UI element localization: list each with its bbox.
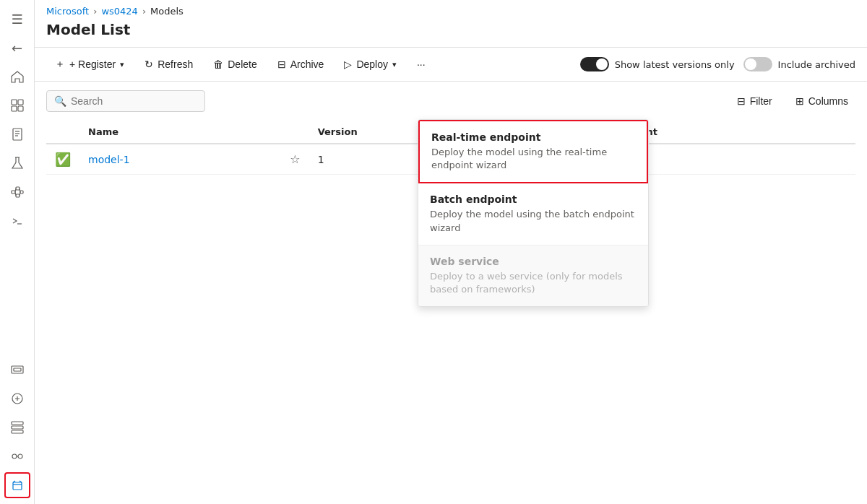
svg-line-14 xyxy=(15,192,16,196)
deploy-label: Deploy xyxy=(356,58,388,70)
deploy-realtime-title: Real-time endpoint xyxy=(431,131,635,143)
svg-rect-11 xyxy=(16,194,20,197)
deploy-realtime-desc: Deploy the model using the real-time end… xyxy=(431,146,635,172)
sidebar-notebooks[interactable] xyxy=(4,121,30,147)
register-icon: ＋ xyxy=(55,58,65,71)
include-archived-toggle-group: Include archived xyxy=(743,57,855,71)
svg-line-15 xyxy=(20,188,20,192)
archive-label: Archive xyxy=(290,58,324,70)
filter-label: Filter xyxy=(750,95,772,107)
col-checkbox xyxy=(46,121,79,144)
sidebar-experiments2[interactable] xyxy=(4,386,30,412)
more-button[interactable]: ··· xyxy=(408,54,434,74)
deploy-webservice-option: Web service Deploy to a web service (onl… xyxy=(418,246,648,306)
sidebar-compute[interactable] xyxy=(4,357,30,383)
breadcrumb-sep-2: › xyxy=(142,6,146,17)
svg-rect-23 xyxy=(12,430,23,433)
show-latest-knob xyxy=(596,58,608,70)
sidebar-dashboard[interactable] xyxy=(4,92,30,118)
svg-rect-19 xyxy=(14,368,21,371)
refresh-icon: ↻ xyxy=(144,58,153,70)
filter-button[interactable]: ⊟ Filter xyxy=(730,91,780,111)
delete-icon: 🗑 xyxy=(213,58,223,70)
columns-label: Columns xyxy=(808,95,848,107)
row-star[interactable]: ☆ xyxy=(281,144,309,175)
sidebar-hamburger[interactable]: ☰ xyxy=(4,6,30,32)
svg-line-16 xyxy=(20,192,20,196)
breadcrumb-sep-1: › xyxy=(93,6,97,17)
svg-rect-2 xyxy=(12,106,17,111)
svg-rect-21 xyxy=(12,422,23,425)
search-filter-row: 🔍 ⊟ Filter ⊞ Columns xyxy=(46,90,855,112)
toolbar: ＋ + Register ▾ ↻ Refresh 🗑 Delete ⊟ Arch… xyxy=(35,48,867,82)
deploy-dropdown: Real-time endpoint Deploy the model usin… xyxy=(418,119,649,307)
deploy-realtime-option[interactable]: Real-time endpoint Deploy the model usin… xyxy=(418,120,648,183)
svg-rect-4 xyxy=(13,129,22,140)
deploy-webservice-title: Web service xyxy=(430,256,637,267)
sidebar-datasets[interactable] xyxy=(4,414,30,440)
deploy-play-icon: ▷ xyxy=(344,58,352,70)
sidebar-endpoints[interactable] xyxy=(4,443,30,469)
content-area: 🔍 ⊟ Filter ⊞ Columns Name xyxy=(35,82,867,504)
breadcrumb-ws0424[interactable]: ws0424 xyxy=(101,6,138,17)
header: Microsoft › ws0424 › Models Model List xyxy=(35,0,867,48)
refresh-label: Refresh xyxy=(158,58,193,70)
col-star xyxy=(281,121,309,144)
svg-line-13 xyxy=(15,188,16,192)
breadcrumb: Microsoft › ws0424 › Models xyxy=(46,6,855,17)
toolbar-right: Show latest versions only Include archiv… xyxy=(580,57,855,71)
columns-button[interactable]: ⊞ Columns xyxy=(788,91,855,111)
main-area: Microsoft › ws0424 › Models Model List ＋… xyxy=(35,0,867,504)
include-archived-knob xyxy=(745,58,756,70)
col-name: Name xyxy=(79,121,281,144)
svg-rect-27 xyxy=(13,482,22,490)
svg-rect-3 xyxy=(18,106,23,111)
deploy-batch-desc: Deploy the model using the batch endpoin… xyxy=(430,208,637,234)
deploy-batch-option[interactable]: Batch endpoint Deploy the model using th… xyxy=(418,183,648,245)
svg-rect-1 xyxy=(18,100,23,105)
star-icon[interactable]: ☆ xyxy=(290,152,300,166)
sidebar-home[interactable] xyxy=(4,64,30,90)
svg-point-25 xyxy=(18,454,22,459)
svg-rect-22 xyxy=(12,426,23,429)
delete-button[interactable]: 🗑 Delete xyxy=(204,54,265,74)
filter-col-buttons: ⊟ Filter ⊞ Columns xyxy=(730,91,855,111)
search-box[interactable]: 🔍 xyxy=(46,90,205,112)
register-button[interactable]: ＋ + Register ▾ xyxy=(46,53,133,75)
show-latest-toggle[interactable] xyxy=(580,57,609,71)
breadcrumb-models: Models xyxy=(150,6,184,17)
register-caret: ▾ xyxy=(120,60,124,69)
delete-label: Delete xyxy=(228,58,256,70)
refresh-button[interactable]: ↻ Refresh xyxy=(136,54,202,74)
filter-icon: ⊟ xyxy=(737,95,746,107)
sidebar-terminal[interactable] xyxy=(4,208,30,234)
sidebar-pipelines[interactable] xyxy=(4,179,30,205)
deploy-webservice-desc: Deploy to a web service (only for models… xyxy=(430,270,637,296)
show-latest-label: Show latest versions only xyxy=(615,59,735,70)
deploy-button[interactable]: ▷ Deploy ▾ xyxy=(335,54,405,74)
svg-rect-10 xyxy=(16,187,20,190)
svg-rect-0 xyxy=(12,100,17,105)
row-check-icon: ✅ xyxy=(55,152,71,167)
deploy-batch-title: Batch endpoint xyxy=(430,194,637,205)
include-archived-toggle[interactable] xyxy=(743,57,772,71)
svg-point-24 xyxy=(12,454,17,459)
deploy-caret: ▾ xyxy=(392,60,397,69)
row-checkbox[interactable]: ✅ xyxy=(46,144,79,175)
search-input[interactable] xyxy=(71,95,197,107)
sidebar-back[interactable]: ← xyxy=(4,35,30,61)
model-link[interactable]: model-1 xyxy=(88,154,130,165)
archive-button[interactable]: ⊟ Archive xyxy=(269,54,333,74)
svg-rect-9 xyxy=(12,191,15,194)
register-label: + Register xyxy=(69,58,116,70)
show-latest-toggle-group: Show latest versions only xyxy=(580,57,735,71)
sidebar: ☰ ← xyxy=(0,0,35,504)
sidebar-experiments[interactable] xyxy=(4,150,30,176)
breadcrumb-microsoft[interactable]: Microsoft xyxy=(46,6,89,17)
row-name[interactable]: model-1 xyxy=(79,144,281,175)
columns-icon: ⊞ xyxy=(795,95,804,107)
svg-rect-12 xyxy=(20,191,23,194)
include-archived-label: Include archived xyxy=(778,59,855,70)
search-icon: 🔍 xyxy=(54,95,66,107)
sidebar-models[interactable] xyxy=(4,472,30,498)
